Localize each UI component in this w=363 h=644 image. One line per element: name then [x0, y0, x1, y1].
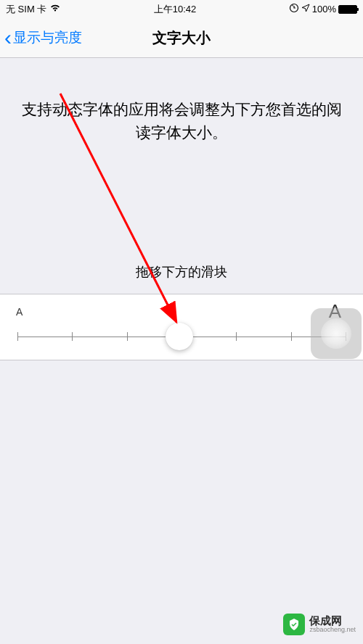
- description-text: 支持动态字体的应用将会调整为下方您首选的阅读字体大小。: [0, 98, 363, 144]
- status-right: 100%: [289, 3, 357, 15]
- status-left: 无 SIM 卡: [6, 3, 61, 16]
- status-time: 上午10:42: [154, 3, 197, 16]
- slider-thumb[interactable]: [166, 323, 193, 350]
- battery-icon: [338, 5, 357, 14]
- watermark-badge-icon: [283, 614, 305, 635]
- watermark: 保成网 zsbaocheng.net: [283, 614, 356, 635]
- watermark-url: zsbaocheng.net: [309, 627, 356, 634]
- back-button[interactable]: ‹ 显示与亮度: [0, 27, 82, 49]
- wifi-icon: [49, 4, 61, 15]
- watermark-text: 保成网 zsbaocheng.net: [309, 615, 356, 634]
- status-bar: 无 SIM 卡 上午10:42 100%: [0, 0, 363, 18]
- content-area: 支持动态字体的应用将会调整为下方您首选的阅读字体大小。 拖移下方的滑块 A A: [0, 58, 363, 360]
- page-title: 文字大小: [152, 28, 211, 48]
- small-a-label: A: [16, 306, 23, 318]
- location-icon: [301, 4, 310, 15]
- watermark-brand: 保成网: [309, 615, 356, 627]
- carrier-text: 无 SIM 卡: [6, 3, 46, 16]
- orientation-lock-icon: [289, 3, 299, 15]
- text-size-slider-panel: A A: [0, 294, 363, 360]
- assistive-touch-icon: [321, 318, 351, 349]
- chevron-left-icon: ‹: [4, 27, 12, 49]
- assistive-touch-button[interactable]: [311, 308, 362, 359]
- battery-percent: 100%: [312, 4, 336, 15]
- slider-instruction: 拖移下方的滑块: [0, 263, 363, 281]
- back-label: 显示与亮度: [13, 28, 82, 47]
- navigation-bar: ‹ 显示与亮度 文字大小: [0, 18, 363, 58]
